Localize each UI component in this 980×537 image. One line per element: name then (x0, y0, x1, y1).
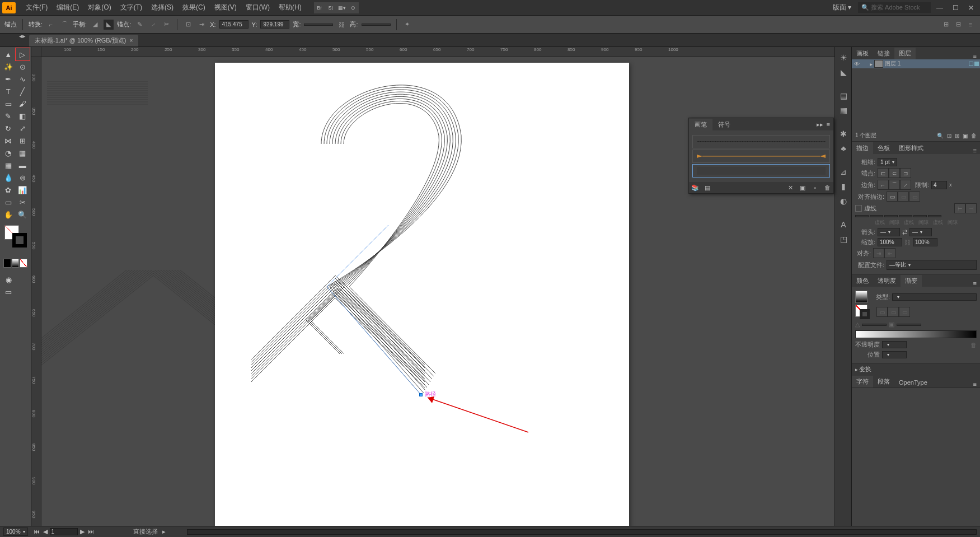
tab-graphic-styles[interactable]: 图形样式 (894, 142, 928, 154)
selection-tool[interactable]: ▲ (1, 48, 16, 60)
arrow-start-dropdown[interactable]: — (878, 228, 900, 236)
tab-color[interactable]: 颜色 (852, 275, 873, 287)
brush-library-icon[interactable]: 📚 (691, 184, 699, 192)
line-tool[interactable]: ╱ (16, 85, 30, 97)
tab-swatches[interactable]: 色板 (873, 142, 894, 154)
mini-swatch-black[interactable] (3, 259, 11, 268)
symbols-strip-icon[interactable]: ♣ (835, 141, 852, 156)
bridge-icon[interactable]: Br (314, 2, 325, 13)
menu-window[interactable]: 窗口(W) (241, 1, 274, 15)
tab-paragraph[interactable]: 段落 (873, 376, 894, 387)
convert-smooth-icon[interactable]: ⌒ (59, 20, 69, 30)
scale-tool[interactable]: ⤢ (16, 122, 30, 134)
transform-panel-header[interactable]: 变换 (852, 363, 980, 375)
paintbrush-tool[interactable]: 🖌 (16, 97, 30, 110)
gradient-type-dropdown[interactable] (892, 293, 977, 301)
next-artboard-icon[interactable]: ▶ (79, 528, 86, 535)
magic-wand-tool[interactable]: ✨ (1, 60, 16, 73)
tab-links[interactable]: 链接 (873, 48, 894, 59)
handle-show-icon[interactable]: ◢ (90, 20, 100, 30)
convert-corner-icon[interactable]: ⌐ (46, 20, 56, 30)
eyedropper-tool[interactable]: 💧 (1, 171, 16, 184)
appearance-strip-icon[interactable]: A (835, 217, 852, 232)
gradient-slider[interactable] (855, 330, 977, 338)
eraser-tool[interactable]: ◧ (16, 110, 30, 122)
libraries-icon[interactable]: ◣ (835, 65, 852, 80)
layer-row[interactable]: 👁 ▸ 图层 1 (852, 59, 980, 68)
curvature-tool[interactable]: ∿ (16, 73, 30, 85)
link-wh-icon[interactable]: ⛓ (336, 20, 346, 30)
panel-menu-icon[interactable]: ≡ (970, 53, 980, 59)
pen-tool[interactable]: ✒ (1, 73, 16, 85)
minimize-button[interactable]: — (933, 2, 946, 13)
new-brush-icon[interactable]: ▫ (811, 184, 819, 191)
menu-edit[interactable]: 编辑(E) (52, 1, 83, 15)
panel-collapse-icon[interactable]: ▸▸ (817, 121, 823, 128)
profile-dropdown[interactable]: — 等比 (887, 260, 977, 270)
zoom-dropdown[interactable]: 100% (3, 527, 28, 536)
zoom-tool[interactable]: 🔍 (16, 208, 30, 221)
vertical-ruler[interactable]: 300 350 400 450 500 550 600 650 700 750 … (31, 57, 41, 526)
menu-help[interactable]: 帮助(H) (274, 1, 306, 15)
cap-round-icon[interactable]: ⊂ (889, 168, 900, 178)
rotate-tool[interactable]: ↻ (1, 122, 16, 134)
align-center-icon[interactable]: ▭ (887, 192, 898, 202)
libraries-icon[interactable]: ▤ (704, 184, 711, 192)
create-sublayer-icon[interactable]: ⊞ (955, 133, 959, 139)
swatches-icon[interactable]: ▦ (835, 103, 852, 118)
symbol-sprayer-tool[interactable]: ✿ (1, 184, 16, 196)
draw-normal-icon[interactable]: ◉ (1, 273, 16, 286)
remove-anchor-icon[interactable]: ✎ (134, 20, 144, 30)
gradient-tool[interactable]: ▬ (16, 159, 30, 171)
first-artboard-icon[interactable]: ⏮ (32, 528, 41, 535)
menu-type[interactable]: 文字(T) (116, 1, 147, 15)
fill-stroke-indicator[interactable] (4, 225, 27, 248)
visibility-eye-icon[interactable]: 👁 (853, 61, 861, 67)
mesh-tool[interactable]: ▦ (1, 159, 16, 171)
properties-icon[interactable]: ☀ (835, 50, 852, 65)
prev-artboard-icon[interactable]: ◀ (42, 528, 49, 535)
artwork-question-mark-path[interactable] (215, 63, 629, 526)
brush-options-icon[interactable]: ▣ (799, 184, 806, 192)
dashed-checkbox[interactable] (855, 205, 862, 212)
type-tool[interactable]: T (1, 85, 16, 97)
tab-transparency[interactable]: 透明度 (873, 275, 901, 287)
brushes-panel[interactable]: 画笔 符号 ▸▸ ≡ � (688, 118, 834, 194)
panel-opt1-icon[interactable]: ⊞ (941, 20, 951, 30)
join-bevel-icon[interactable]: ⟋ (900, 180, 911, 190)
ruler-origin[interactable] (31, 47, 41, 57)
isolate-icon[interactable]: ⊡ (183, 20, 193, 30)
target-icon[interactable] (969, 62, 973, 66)
connect-anchor-icon[interactable]: ⟋ (148, 20, 158, 30)
menu-file[interactable]: 文件(F) (21, 1, 52, 15)
gradient-strip-icon[interactable]: ▮ (835, 179, 852, 194)
last-artboard-icon[interactable]: ⏭ (87, 528, 95, 535)
artboard-number-input[interactable]: 1 (50, 528, 78, 535)
free-transform-tool[interactable]: ⊞ (16, 134, 30, 147)
shaper-tool[interactable]: ✎ (1, 110, 16, 122)
align-icon[interactable]: ⇥ (196, 20, 207, 30)
hand-tool[interactable]: ✋ (1, 208, 16, 221)
mini-swatch-none[interactable] (20, 259, 27, 268)
artboard-nav[interactable]: ⏮ ◀ 1 ▶ ⏭ (32, 528, 95, 535)
direct-selection-tool[interactable]: ▷ (16, 48, 30, 60)
stroke-color-box[interactable] (12, 233, 27, 248)
join-round-icon[interactable]: ⌒ (889, 180, 900, 190)
join-miter-icon[interactable]: ⌐ (878, 180, 889, 190)
transparency-strip-icon[interactable]: ◐ (835, 194, 852, 208)
tab-gradient[interactable]: 渐变 (901, 275, 922, 287)
tab-brushes[interactable]: 画笔 (689, 119, 712, 130)
swap-arrows-icon[interactable]: ⇄ (902, 228, 907, 236)
lasso-tool[interactable]: ⊙ (16, 60, 30, 73)
tab-artboards[interactable]: 画板 (852, 48, 873, 59)
locate-layer-icon[interactable]: 🔍 (937, 133, 944, 139)
tab-character[interactable]: 字符 (852, 376, 873, 387)
brush-item[interactable] (692, 135, 830, 148)
brush-item[interactable] (692, 150, 830, 163)
rectangle-tool[interactable]: ▭ (1, 97, 16, 110)
delete-brush-icon[interactable]: 🗑 (823, 184, 831, 191)
remove-brush-stroke-icon[interactable]: ✕ (786, 184, 794, 192)
menu-object[interactable]: 对象(O) (83, 1, 115, 15)
maximize-button[interactable]: ☐ (949, 2, 962, 13)
cut-anchor-icon[interactable]: ✂ (161, 20, 171, 30)
